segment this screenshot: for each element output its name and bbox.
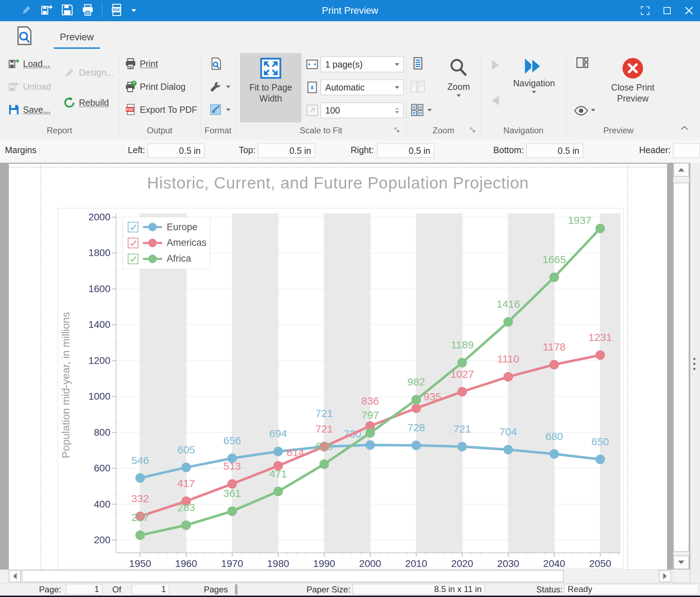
- point-label: 721: [315, 407, 333, 419]
- eye-caret[interactable]: [591, 109, 595, 111]
- data-point: [596, 350, 605, 360]
- toolbar-dropdown-caret[interactable]: [131, 9, 136, 12]
- legend-label: Europe: [167, 222, 197, 233]
- svg-text:PDF: PDF: [126, 108, 134, 112]
- collapse-ribbon-icon[interactable]: [680, 125, 689, 132]
- print-button[interactable]: Print: [125, 55, 158, 72]
- data-point: [596, 454, 605, 464]
- scroll-down-button[interactable]: [673, 556, 689, 569]
- point-label: 471: [269, 468, 287, 480]
- horizontal-scroll-thumb[interactable]: [22, 570, 563, 582]
- multiple-pages-caret[interactable]: [428, 109, 432, 111]
- point-label: 614: [287, 447, 304, 458]
- close-button[interactable]: [678, 0, 700, 21]
- paper-size-value: 8.5 in x 11 in: [352, 584, 485, 595]
- splitter-grip[interactable]: [693, 358, 695, 370]
- watermark-icon[interactable]: [210, 101, 230, 118]
- vertical-scroll-thumb[interactable]: [673, 183, 689, 552]
- point-label: 546: [131, 454, 149, 466]
- group-label-format: Format: [200, 124, 236, 137]
- point-label: 721: [453, 423, 471, 435]
- tab-preview[interactable]: Preview: [53, 28, 101, 46]
- thumbnails-icon[interactable]: [575, 56, 589, 71]
- pdf-export-icon[interactable]: PDF: [110, 3, 124, 18]
- data-point: [550, 272, 559, 282]
- y-axis-title: Population mid-year, in millions: [60, 312, 72, 458]
- one-page-icon[interactable]: [411, 57, 425, 71]
- combo-caret: [395, 63, 399, 66]
- maximize-button[interactable]: [656, 0, 678, 21]
- margin-right-field[interactable]: 0.5 in: [377, 144, 434, 158]
- title-bar: Print Preview PDF: [0, 0, 700, 21]
- legend-item-americas[interactable]: Americas: [128, 237, 210, 248]
- fit-width-icon: [306, 58, 319, 72]
- point-label: 283: [177, 502, 195, 513]
- scale-percent-spinner[interactable]: 100: [321, 103, 404, 118]
- legend-checkbox[interactable]: [128, 238, 138, 248]
- point-label: 656: [223, 435, 241, 446]
- margin-top-field[interactable]: 0.5 in: [258, 144, 315, 158]
- page-setup-icon[interactable]: [210, 55, 222, 72]
- export-to-pdf-button[interactable]: PDF Export To PDF: [125, 101, 197, 118]
- point-label: 361: [223, 487, 241, 499]
- point-label: 1189: [451, 339, 474, 350]
- x-tick-label: 1990: [313, 558, 335, 568]
- y-tick-label: 600: [94, 463, 110, 474]
- status-bar: Page: 1 Of 1 Pages Paper Size: 8.5 in x …: [0, 583, 700, 596]
- data-point: [550, 360, 559, 369]
- preview-app-icon[interactable]: [16, 26, 33, 47]
- eye-icon[interactable]: [574, 105, 588, 117]
- legend-marker-icon: [143, 238, 162, 248]
- data-point: [182, 520, 191, 530]
- legend-checkbox[interactable]: [128, 222, 138, 232]
- margin-bottom-field[interactable]: 0.5 in: [526, 144, 583, 158]
- data-point: [320, 459, 329, 469]
- scale-to-fit-dialog-launcher[interactable]: [394, 127, 401, 135]
- legend-checkbox[interactable]: [128, 254, 138, 264]
- fullscreen-button[interactable]: [634, 0, 656, 21]
- load-icon[interactable]: [40, 4, 53, 18]
- close-print-preview-button[interactable]: Close Print Preview: [598, 53, 667, 122]
- print-icon[interactable]: [81, 4, 94, 18]
- y-tick-label: 2000: [88, 211, 110, 222]
- save-icon[interactable]: [61, 4, 74, 18]
- margin-left-field[interactable]: 0.5 in: [148, 144, 205, 158]
- zoom-caret: [457, 94, 461, 97]
- multiple-pages-icon[interactable]: [411, 103, 424, 118]
- pages-label: Pages: [198, 585, 234, 595]
- page-count-combobox[interactable]: 1 page(s): [321, 57, 404, 72]
- legend-item-africa[interactable]: Africa: [128, 253, 210, 264]
- close-preview-icon: [622, 57, 644, 79]
- print-dialog-button[interactable]: ? Print Dialog: [125, 78, 185, 95]
- point-label: 1231: [589, 331, 612, 343]
- thumbnails-splitter[interactable]: [690, 163, 700, 583]
- legend-label: Americas: [167, 237, 207, 248]
- fit-mode-combobox[interactable]: Automatic: [321, 80, 404, 95]
- zoom-dialog-launcher[interactable]: [469, 127, 476, 135]
- group-separator: [566, 54, 567, 136]
- design-button[interactable]: Design...: [64, 64, 114, 81]
- fit-to-page-width-button[interactable]: Fit to Page Width: [240, 53, 302, 122]
- point-label: 797: [361, 409, 379, 421]
- group-separator: [406, 54, 407, 136]
- scroll-right-button[interactable]: [659, 570, 671, 582]
- point-label: 982: [407, 376, 425, 388]
- page-total-field[interactable]: 1: [132, 584, 169, 595]
- x-tick-label: 2030: [497, 558, 519, 568]
- rebuild-button[interactable]: Rebuild: [63, 94, 109, 111]
- y-tick-label: 1800: [88, 247, 110, 258]
- legend-item-europe[interactable]: Europe: [128, 222, 210, 233]
- status-separator: [235, 584, 237, 595]
- fit-to-page-width-icon: [260, 57, 282, 79]
- customize-icon[interactable]: [210, 78, 230, 95]
- scroll-up-button[interactable]: [673, 163, 689, 176]
- unload-button[interactable]: Unload: [8, 78, 51, 95]
- load-button[interactable]: Load...: [8, 55, 50, 72]
- zoom-button[interactable]: Zoom: [439, 53, 478, 122]
- margin-header-field[interactable]: [673, 144, 700, 158]
- save-button[interactable]: Save...: [8, 101, 51, 118]
- page-number-field[interactable]: 1: [66, 584, 102, 595]
- scroll-left-button[interactable]: [9, 570, 21, 582]
- design-icon[interactable]: [21, 4, 33, 17]
- navigation-button[interactable]: Navigation: [505, 53, 563, 122]
